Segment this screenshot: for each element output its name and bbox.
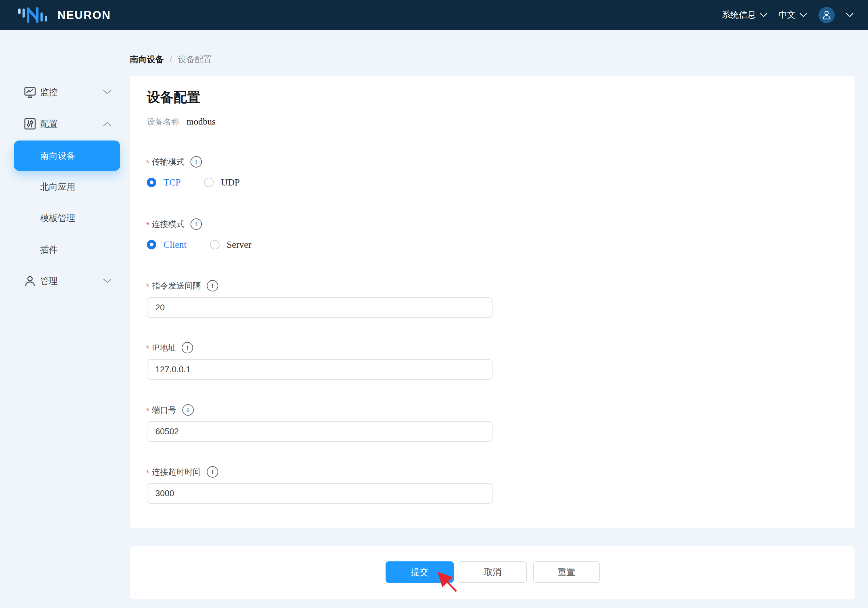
person-icon [23,274,37,288]
device-name-label: 设备名称 [147,116,180,127]
device-name-row: 设备名称 modbus [147,114,215,129]
submit-button[interactable]: 提交 [386,562,454,583]
sidebar-item-templates[interactable]: 模板管理 [14,208,120,228]
port-input[interactable] [147,421,493,442]
language-menu[interactable]: 中文 [779,9,808,20]
info-circle-icon[interactable]: ! [207,280,218,291]
user-avatar[interactable] [818,7,835,23]
person-icon [821,9,832,20]
sidebar-item-northbound[interactable]: 北向应用 [14,177,120,197]
chevron-down-icon [103,90,112,95]
sidebar-item-label: 管理 [40,275,58,287]
system-info-menu[interactable]: 系统信息 [722,9,767,20]
radio-checked-icon [147,240,156,249]
info-circle-icon[interactable]: ! [191,156,202,167]
connection-timeout-input[interactable] [147,483,493,504]
radio-checked-icon [147,178,156,187]
field-label-send-interval: * 指令发送间隔 ! [146,280,218,291]
transport-mode-radio-group: TCP UDP [147,172,240,192]
top-navbar: NEURON 系统信息 中文 [0,0,868,30]
field-label-connection-mode: * 连接模式 ! [146,218,202,230]
sidebar-item-label: 模板管理 [40,212,75,224]
brand-name: NEURON [57,8,111,22]
device-name-value: modbus [187,116,215,127]
field-label-transport-mode: * 传输模式 ! [146,156,202,167]
action-bar: 提交 取消 重置 [130,546,855,599]
neuron-logo-icon [17,6,52,24]
info-circle-icon[interactable]: ! [182,404,194,416]
chevron-up-icon [103,122,112,127]
sidebar-item-southbound-active[interactable]: 南向设备 [14,141,120,171]
info-circle-icon[interactable]: ! [207,466,218,478]
chevron-down-icon [103,279,112,284]
sidebar-item-monitor[interactable]: 监控 [14,82,120,102]
radio-option-server[interactable]: Server [210,239,251,250]
radio-option-client[interactable]: Client [147,239,187,250]
required-mark: * [146,344,149,353]
system-info-label: 系统信息 [722,9,756,20]
sidebar-item-plugins[interactable]: 插件 [14,240,120,260]
page-title: 设备配置 [147,88,200,106]
sidebar-item-admin[interactable]: 管理 [14,271,120,291]
connection-mode-radio-group: Client Server [147,235,251,254]
info-circle-icon[interactable]: ! [191,218,202,230]
chevron-down-icon [800,13,808,17]
breadcrumb: 南向设备 / 设备配置 [130,54,212,65]
radio-option-udp[interactable]: UDP [204,177,240,188]
sliders-icon [23,117,37,131]
sidebar-item-label: 监控 [40,87,58,98]
required-mark: * [146,468,149,478]
field-label-connection-timeout: * 连接超时时间 ! [146,466,218,478]
field-label-port: * 端口号 ! [146,404,194,416]
radio-unchecked-icon [204,178,214,187]
breadcrumb-separator: / [170,54,172,65]
sidebar-item-label: 南向设备 [40,150,75,162]
ip-address-input[interactable] [147,359,493,380]
chevron-down-icon [760,13,767,17]
account-chevron-down-icon[interactable] [846,13,854,17]
radio-unchecked-icon [210,240,220,249]
reset-button[interactable]: 重置 [533,562,600,583]
brand-logo: NEURON [17,6,111,24]
sidebar-item-config[interactable]: 配置 [14,114,120,134]
sidebar-item-label: 北向应用 [40,181,75,193]
sidebar-nav: 监控 配置 南向设备 北向应用 模板管理 插件 管理 [0,30,130,608]
sidebar-item-label: 配置 [40,118,58,130]
required-mark: * [146,282,149,291]
info-circle-icon[interactable]: ! [182,342,193,353]
radio-option-tcp[interactable]: TCP [147,177,181,188]
cancel-button[interactable]: 取消 [459,562,527,583]
monitor-icon [23,85,37,99]
sidebar-item-label: 插件 [40,244,58,255]
required-mark: * [146,406,149,416]
breadcrumb-parent[interactable]: 南向设备 [130,54,164,65]
language-label: 中文 [779,9,795,20]
required-mark: * [146,220,149,230]
device-config-card: 设备配置 设备名称 modbus * 传输模式 ! TCP UDP * 连接模式… [130,76,855,528]
send-interval-input[interactable] [147,297,493,318]
required-mark: * [146,158,149,167]
field-label-ip-address: * IP地址 ! [146,342,193,353]
breadcrumb-current: 设备配置 [178,54,212,65]
